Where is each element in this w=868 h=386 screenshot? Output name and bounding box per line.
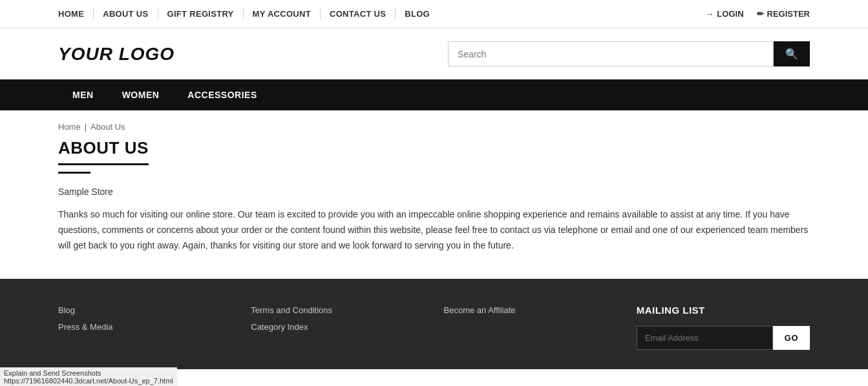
register-label: REGISTER bbox=[767, 9, 810, 19]
list-item: Press & Media bbox=[58, 321, 231, 332]
search-button[interactable]: 🔍 bbox=[774, 41, 810, 66]
mailing-go-button[interactable]: GO bbox=[773, 326, 810, 350]
breadcrumb-separator: | bbox=[85, 122, 87, 132]
cat-nav-accessories[interactable]: ACCESSORIES bbox=[173, 79, 271, 110]
footer: Blog Press & Media Terms and Conditions … bbox=[0, 279, 868, 369]
list-item: Terms and Conditions bbox=[251, 305, 424, 315]
nav-contact-us[interactable]: CONTACT US bbox=[321, 9, 396, 19]
list-item: Category Index bbox=[251, 321, 424, 332]
login-link[interactable]: → LOGIN bbox=[705, 9, 743, 19]
login-label: LOGIN bbox=[717, 9, 743, 19]
register-icon: ✏ bbox=[757, 9, 764, 19]
nav-blog[interactable]: BLOG bbox=[396, 9, 439, 19]
register-link[interactable]: ✏ REGISTER bbox=[757, 9, 810, 19]
nav-home[interactable]: HOME bbox=[58, 9, 94, 19]
breadcrumb-home[interactable]: Home bbox=[58, 122, 81, 132]
top-nav-right: → LOGIN ✏ REGISTER bbox=[705, 9, 810, 19]
footer-blog-link[interactable]: Blog bbox=[58, 305, 75, 315]
login-icon: → bbox=[705, 9, 714, 19]
logo: YOUR LOGO bbox=[58, 44, 175, 65]
cat-nav-women[interactable]: WOMEN bbox=[108, 79, 174, 110]
status-bar: Explain and Send Screenshots https://719… bbox=[0, 367, 177, 369]
footer-grid: Blog Press & Media Terms and Conditions … bbox=[58, 305, 810, 350]
breadcrumb-current: About Us bbox=[90, 122, 125, 132]
footer-col-mailing: MAILING LIST GO bbox=[637, 305, 810, 350]
footer-press-link[interactable]: Press & Media bbox=[58, 322, 113, 332]
nav-about-us[interactable]: ABOUT US bbox=[94, 9, 158, 19]
header: YOUR LOGO 🔍 bbox=[0, 28, 868, 79]
footer-terms-link[interactable]: Terms and Conditions bbox=[251, 305, 332, 315]
page-content: ABOUT US Sample Store Thanks so much for… bbox=[0, 138, 868, 279]
search-bar: 🔍 bbox=[448, 41, 810, 66]
breadcrumb: Home | About Us bbox=[0, 110, 868, 138]
list-item: Become an Affiliate bbox=[444, 305, 617, 315]
mailing-title: MAILING LIST bbox=[637, 305, 810, 316]
footer-affiliate-link[interactable]: Become an Affiliate bbox=[444, 305, 516, 315]
nav-my-account[interactable]: MY ACCOUNT bbox=[244, 9, 321, 19]
footer-col-3: Become an Affiliate bbox=[444, 305, 617, 350]
category-nav: MEN WOMEN ACCESSORIES bbox=[0, 79, 868, 110]
top-nav: HOME ABOUT US GIFT REGISTRY MY ACCOUNT C… bbox=[0, 0, 868, 28]
nav-gift-registry[interactable]: GIFT REGISTRY bbox=[158, 9, 244, 19]
search-input[interactable] bbox=[448, 41, 774, 66]
email-input[interactable] bbox=[637, 326, 773, 350]
list-item: Blog bbox=[58, 305, 231, 315]
title-underline bbox=[58, 172, 90, 174]
footer-col-1: Blog Press & Media bbox=[58, 305, 231, 350]
footer-category-index-link[interactable]: Category Index bbox=[251, 322, 308, 332]
page-description: Thanks so much for visiting our online s… bbox=[58, 207, 810, 253]
cat-nav-men[interactable]: MEN bbox=[58, 79, 108, 110]
page-title: ABOUT US bbox=[58, 138, 149, 165]
top-nav-links: HOME ABOUT US GIFT REGISTRY MY ACCOUNT C… bbox=[58, 9, 439, 19]
store-name: Sample Store bbox=[58, 187, 810, 197]
mailing-form: GO bbox=[637, 326, 810, 350]
footer-col-2: Terms and Conditions Category Index bbox=[251, 305, 424, 350]
